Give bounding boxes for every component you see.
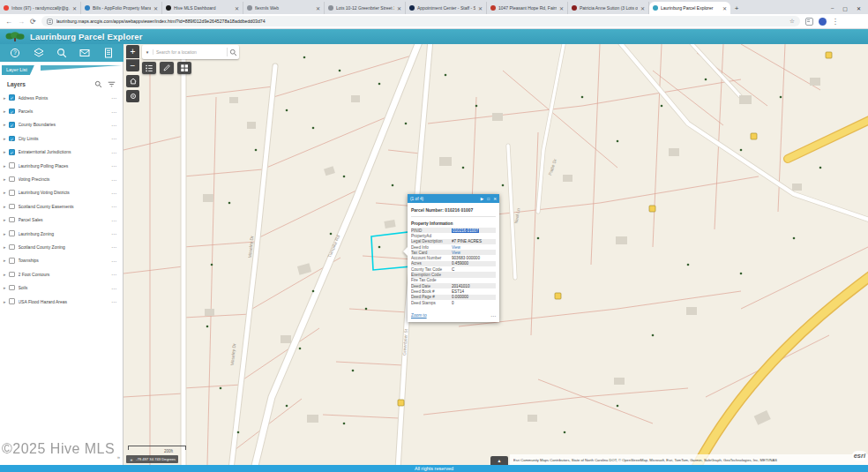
tab-close-icon[interactable]: ✕: [235, 5, 239, 11]
layer-label[interactable]: USA Flood Hazard Areas: [19, 299, 112, 304]
search-input[interactable]: [153, 49, 227, 55]
about-icon[interactable]: ?: [10, 48, 21, 59]
tab-appointment-center[interactable]: Appointment Center - Staff - S…✕: [406, 2, 487, 14]
tab-close-icon[interactable]: ✕: [153, 5, 158, 11]
layer-options-icon[interactable]: ⋯: [111, 190, 116, 196]
close-icon[interactable]: ✕: [857, 5, 861, 11]
layer-list-tab[interactable]: Layer List: [2, 65, 34, 75]
layer-checkbox[interactable]: ✓: [9, 136, 15, 142]
layer-label[interactable]: Scotland County Easements: [19, 204, 112, 209]
search-icon[interactable]: [56, 48, 67, 59]
search-source-dropdown[interactable]: ▾: [142, 49, 153, 55]
layer-checkbox[interactable]: [9, 230, 15, 236]
report-icon[interactable]: [102, 48, 114, 59]
layer-label[interactable]: Soils: [19, 285, 112, 290]
tab-close-icon[interactable]: ✕: [397, 5, 401, 11]
zoom-out-button[interactable]: −: [126, 59, 139, 71]
layer-options-icon[interactable]: ⋯: [111, 285, 116, 291]
layer-search-icon[interactable]: [94, 76, 102, 92]
layer-options-icon[interactable]: ⋯: [111, 94, 116, 101]
extension-icon[interactable]: [805, 18, 813, 26]
maximize-icon[interactable]: ▢: [842, 5, 848, 11]
minimize-icon[interactable]: –: [831, 5, 834, 11]
layer-checkbox[interactable]: [9, 244, 15, 251]
tab-laurinburg-parcel-explorer[interactable]: Laurinburg Parcel Explorer✕: [649, 2, 730, 14]
layer-checkbox[interactable]: [9, 217, 15, 223]
layer-label[interactable]: Laurinburg Zoning: [19, 231, 112, 236]
selected-field-value[interactable]: 010216 01007: [452, 229, 479, 233]
basemap-gallery-button[interactable]: [177, 62, 191, 74]
tab-lots-greenbrier[interactable]: Lots 10-12 Greenbrier Street 1…✕: [325, 2, 406, 14]
tab-inbox[interactable]: Inbox (97) - randymccalljr@g…✕: [0, 2, 81, 14]
layer-label[interactable]: Parcels: [19, 109, 112, 114]
layer-label[interactable]: Parcel Sales: [19, 217, 112, 222]
layers-icon[interactable]: [33, 48, 44, 59]
overview-toggle-button[interactable]: ▲: [490, 456, 508, 465]
email-icon[interactable]: [79, 48, 91, 59]
layer-label[interactable]: Townships: [19, 258, 112, 263]
layer-label[interactable]: Extraterritorial Jurisdictions: [19, 149, 112, 154]
popup-header[interactable]: (1 of 4) ▶ □ ✕: [408, 194, 499, 203]
kebab-menu-icon[interactable]: ⋮: [832, 18, 839, 26]
tab-close-icon[interactable]: ✕: [559, 5, 564, 11]
deed-info-link[interactable]: View: [452, 245, 496, 250]
new-tab-button[interactable]: +: [730, 2, 743, 14]
tab-appfolio[interactable]: Bills - AppFolio Property Mana…✕: [81, 2, 162, 14]
layer-label[interactable]: Voting Precincts: [19, 176, 112, 182]
profile-avatar[interactable]: [819, 18, 827, 26]
back-icon[interactable]: ←: [5, 18, 12, 26]
layer-checkbox[interactable]: ✓: [9, 122, 15, 128]
tab-close-icon[interactable]: ✕: [316, 5, 320, 11]
layer-label[interactable]: Laurinburg Voting Districts: [19, 190, 112, 195]
tab-pleasant-hope[interactable]: 1047 Pleasant Hope Rd, Fairm…✕: [487, 2, 568, 14]
popup-maximize-icon[interactable]: □: [487, 197, 490, 201]
layer-options-icon[interactable]: ⋯: [111, 135, 116, 141]
search-submit-icon[interactable]: [227, 48, 239, 56]
layer-options-icon[interactable]: ⋯: [111, 217, 116, 223]
popup-more-options-icon[interactable]: ⋯: [490, 312, 496, 318]
tab-close-icon[interactable]: ✕: [72, 5, 77, 11]
popup-close-icon[interactable]: ✕: [493, 197, 497, 201]
tab-flexmls[interactable]: flexmls Web✕: [243, 2, 325, 14]
layer-checkbox[interactable]: [9, 204, 15, 210]
url-text[interactable]: laurinburg.maps.arcgis.com/apps/webappvi…: [56, 19, 786, 24]
zoom-to-link[interactable]: Zoom to: [411, 313, 490, 318]
layer-checkbox[interactable]: ✓: [9, 109, 15, 115]
tab-patricia-sutton[interactable]: Patricia Anne Sutton (3 Lots o…✕: [568, 2, 649, 14]
layer-options-icon[interactable]: ⋯: [111, 230, 116, 236]
layer-checkbox[interactable]: ✓: [9, 94, 15, 101]
layer-options-icon[interactable]: ⋯: [111, 258, 116, 264]
crosshair-icon[interactable]: +: [129, 457, 134, 462]
layer-label[interactable]: City Limits: [19, 136, 112, 141]
bookmark-star-icon[interactable]: ☆: [789, 18, 795, 25]
layer-options-icon[interactable]: ⋯: [111, 271, 116, 277]
layer-checkbox[interactable]: [9, 190, 15, 196]
site-info-icon[interactable]: [47, 19, 53, 25]
layer-label[interactable]: 2 Foot Contours: [19, 272, 112, 277]
layer-checkbox[interactable]: ✓: [9, 149, 15, 155]
sidebar-expand-icon[interactable]: »: [117, 454, 120, 460]
layer-label[interactable]: Laurinburg Polling Places: [19, 163, 112, 169]
layer-checkbox[interactable]: [9, 285, 15, 291]
draw-tool-button[interactable]: [160, 62, 174, 74]
layer-options-icon[interactable]: ⋯: [111, 243, 116, 250]
layer-filter-icon[interactable]: [108, 76, 116, 92]
layer-label[interactable]: Scotland County Zoning: [19, 244, 112, 250]
layer-checkbox[interactable]: [9, 272, 15, 278]
tab-close-icon[interactable]: ✕: [478, 5, 483, 11]
layer-checkbox[interactable]: [9, 298, 15, 304]
layer-checkbox[interactable]: [9, 176, 15, 183]
map-canvas[interactable]: Turnpike Rd Moseley Dr Moseley Dr Greenb…: [123, 44, 868, 465]
reload-icon[interactable]: ⟳: [30, 18, 36, 26]
layer-options-icon[interactable]: ⋯: [111, 203, 116, 209]
my-location-button[interactable]: [126, 90, 139, 102]
layer-checkbox[interactable]: [9, 258, 15, 264]
forward-icon[interactable]: →: [18, 18, 25, 26]
layer-checkbox[interactable]: [9, 162, 15, 169]
coordinate-widget[interactable]: + -79.497 34.743 Degrees: [126, 455, 178, 463]
layer-label[interactable]: County Boundaries: [19, 122, 112, 127]
layer-options-icon[interactable]: ⋯: [111, 176, 116, 183]
zoom-in-button[interactable]: +: [126, 45, 139, 58]
layer-options-icon[interactable]: ⋯: [111, 149, 116, 155]
home-button[interactable]: [126, 75, 139, 87]
